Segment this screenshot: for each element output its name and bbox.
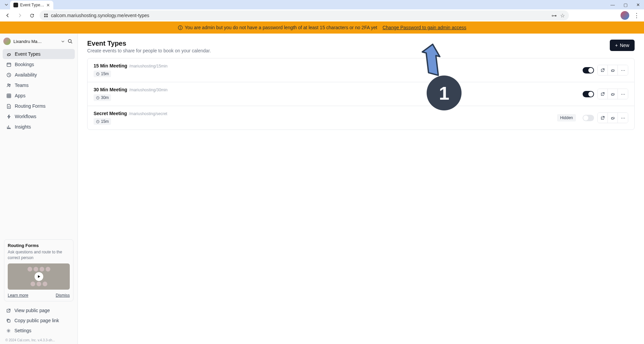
preview-button[interactable] [598, 65, 608, 75]
change-password-link[interactable]: Change Password to gain admin access [382, 25, 466, 30]
nav-icon [6, 93, 11, 98]
sidebar-item-routing-forms[interactable]: Routing Forms [3, 101, 75, 111]
page-subtitle: Create events to share for people to boo… [87, 48, 211, 53]
site-settings-icon[interactable] [44, 13, 48, 18]
nav-label: Teams [15, 83, 29, 88]
promo-title: Routing Forms [8, 243, 70, 248]
event-slug: /mariushosting/30min [129, 88, 167, 92]
reload-button[interactable] [28, 11, 36, 20]
event-enabled-toggle[interactable] [583, 115, 594, 121]
promo-desc: Ask questions and route to the correct p… [8, 249, 70, 261]
copy-link-button[interactable] [608, 113, 618, 123]
user-name[interactable]: Lixandru Ma… [13, 39, 58, 44]
plus-icon: + [615, 43, 618, 48]
sidebar-item-event-types[interactable]: Event Types [3, 49, 75, 59]
event-enabled-toggle[interactable] [583, 91, 594, 97]
promo-learn-more-link[interactable]: Learn more [8, 293, 28, 298]
sidebar-bottom-settings[interactable]: Settings [3, 326, 75, 336]
nav-icon [6, 62, 11, 67]
browser-toolbar: calcom.mariushosting.synology.me/event-t… [0, 9, 644, 21]
close-window-icon[interactable]: ✕ [634, 1, 642, 9]
svg-rect-0 [44, 14, 46, 15]
svg-rect-8 [7, 63, 10, 66]
svg-point-5 [180, 26, 180, 27]
sb-icon [6, 318, 11, 323]
more-options-button[interactable]: ⋯ [618, 89, 628, 99]
sb-icon [6, 308, 11, 313]
svg-rect-1 [46, 14, 48, 15]
sb-icon [6, 328, 11, 333]
nav-icon [6, 83, 11, 88]
copy-link-button[interactable] [608, 65, 618, 75]
event-slug: /mariushosting/secret [129, 111, 167, 116]
nav-label: Bookings [15, 62, 34, 67]
sb-label: Settings [14, 328, 32, 333]
svg-point-7 [68, 40, 71, 43]
event-type-row[interactable]: 15 Min Meeting/mariushosting/15min15m⋯ [88, 58, 634, 82]
preview-button[interactable] [598, 113, 608, 123]
svg-rect-6 [180, 27, 180, 29]
svg-point-14 [8, 330, 9, 331]
browser-menu-icon[interactable]: ⋮ [633, 12, 641, 19]
new-button-label: New [620, 43, 629, 48]
admin-warning-banner: You are admin but you do not have a pass… [0, 21, 644, 34]
preview-button[interactable] [598, 89, 608, 99]
sidebar-item-teams[interactable]: Teams [3, 80, 75, 90]
new-event-button[interactable]: + New [610, 40, 635, 51]
address-bar[interactable]: calcom.mariushosting.synology.me/event-t… [40, 10, 569, 20]
copy-link-button[interactable] [608, 89, 618, 99]
tab-search-dropdown[interactable] [3, 1, 10, 8]
routing-forms-promo-card: Routing Forms Ask questions and route to… [4, 239, 73, 301]
svg-point-11 [9, 84, 10, 85]
sidebar: Lixandru Ma… Event TypesBookingsAvailabi… [0, 34, 78, 344]
page-title: Event Types [87, 40, 211, 47]
svg-rect-12 [7, 94, 10, 97]
more-options-button[interactable]: ⋯ [618, 113, 628, 123]
nav-label: Workflows [15, 114, 36, 119]
event-type-row[interactable]: Secret Meeting/mariushosting/secret15mHi… [88, 106, 634, 130]
password-key-icon[interactable]: ⊶ [551, 12, 557, 19]
browser-tab-strip: Event Type… ✕ — ▢ ✕ [0, 0, 644, 9]
event-type-list: 15 Min Meeting/mariushosting/15min15m⋯30… [87, 58, 635, 130]
favicon [13, 3, 18, 7]
nav-label: Event Types [15, 51, 41, 57]
sidebar-item-availability[interactable]: Availability [3, 70, 75, 80]
nav-label: Insights [15, 124, 31, 130]
copyright-text: © 2024 Cal.com, Inc. v.4.3.3-sh... [0, 338, 77, 344]
sidebar-item-workflows[interactable]: Workflows [3, 111, 75, 121]
minimize-icon[interactable]: — [608, 1, 617, 9]
svg-rect-3 [46, 16, 48, 17]
main-content: Event Types Create events to share for p… [78, 34, 644, 344]
sidebar-item-apps[interactable]: Apps [3, 91, 75, 101]
search-icon[interactable] [67, 39, 74, 44]
event-duration-badge: 30m [94, 94, 111, 101]
event-enabled-toggle[interactable] [583, 67, 594, 73]
sidebar-item-bookings[interactable]: Bookings [3, 59, 75, 69]
event-type-row[interactable]: 30 Min Meeting/mariushosting/30min30m⋯ [88, 82, 634, 106]
promo-video-thumbnail[interactable] [8, 263, 70, 290]
nav-icon [6, 114, 11, 119]
user-avatar[interactable] [3, 38, 11, 45]
svg-point-10 [7, 84, 9, 85]
browser-profile-avatar[interactable] [621, 11, 629, 20]
nav-label: Apps [15, 93, 25, 98]
user-menu-chevron-icon[interactable] [61, 40, 65, 43]
more-options-button[interactable]: ⋯ [618, 65, 628, 75]
back-button[interactable] [3, 11, 12, 20]
nav-icon [6, 103, 11, 109]
nav-icon [6, 51, 11, 57]
sb-label: Copy public page link [14, 318, 59, 323]
svg-rect-2 [44, 16, 46, 17]
maximize-icon[interactable]: ▢ [622, 1, 630, 9]
sidebar-item-insights[interactable]: Insights [3, 122, 75, 132]
forward-button[interactable] [15, 11, 24, 20]
sidebar-bottom-copy-public-page-link[interactable]: Copy public page link [3, 315, 75, 326]
sb-label: View public page [14, 308, 50, 313]
promo-dismiss-link[interactable]: Dismiss [56, 293, 70, 298]
close-tab-icon[interactable]: ✕ [46, 3, 50, 8]
event-duration-badge: 15m [94, 70, 111, 77]
event-title: Secret Meeting [94, 111, 127, 116]
bookmark-star-icon[interactable]: ☆ [560, 12, 565, 19]
browser-tab[interactable]: Event Type… ✕ [10, 1, 53, 9]
sidebar-bottom-view-public-page[interactable]: View public page [3, 305, 75, 315]
